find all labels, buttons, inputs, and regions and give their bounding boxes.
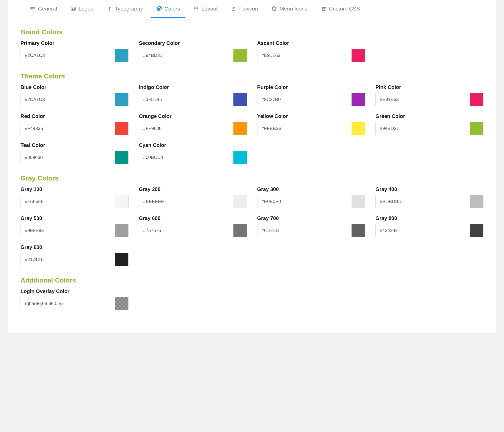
color-swatch-indigo-color[interactable] xyxy=(233,93,247,106)
tab-general[interactable]: General xyxy=(25,0,62,18)
color-swatch-gray-100[interactable] xyxy=(115,195,128,208)
color-swatch-secondary-color[interactable] xyxy=(233,49,247,62)
tab-label: Menu Icons xyxy=(280,6,307,12)
field-label: Green Color xyxy=(375,113,484,119)
color-input-gray-900[interactable] xyxy=(21,253,115,266)
color-input-primary-color[interactable] xyxy=(21,49,115,62)
color-field-cyan-color: Cyan Color xyxy=(139,142,247,164)
color-field-blue-color: Blue Color xyxy=(20,84,129,106)
color-input-gray-700[interactable] xyxy=(258,224,352,237)
color-field-gray-800: Gray 800 xyxy=(375,215,484,237)
color-input-indigo-color[interactable] xyxy=(139,93,233,106)
tab-label: General xyxy=(38,6,57,12)
color-input-red-color[interactable] xyxy=(21,122,115,135)
upload-icon xyxy=(231,6,236,12)
section-title-theme: Theme Colors xyxy=(20,72,484,80)
settings-card: GeneralLogosTypographyColorsLayoutFavico… xyxy=(8,0,496,333)
tab-label: Favicon xyxy=(239,6,258,12)
tab-menu-icons[interactable]: Menu Icons xyxy=(266,0,313,18)
tab-colors[interactable]: Colors xyxy=(151,0,185,18)
tab-label: Typography xyxy=(115,6,143,12)
color-input-ascent-color[interactable] xyxy=(258,49,352,62)
color-swatch-gray-600[interactable] xyxy=(233,224,247,237)
field-label: Red Color xyxy=(20,113,129,119)
color-input-row xyxy=(139,122,247,135)
color-input-row xyxy=(257,195,365,208)
color-swatch-gray-500[interactable] xyxy=(115,224,128,237)
color-swatch-orange-color[interactable] xyxy=(233,122,247,135)
color-field-pink-color: Pink Color xyxy=(375,84,484,106)
color-swatch-ascent-color[interactable] xyxy=(352,49,365,62)
color-field-purple-color: Purple Color xyxy=(257,84,365,106)
color-input-cyan-color[interactable] xyxy=(139,151,233,164)
color-input-gray-100[interactable] xyxy=(21,195,115,208)
color-input-orange-color[interactable] xyxy=(139,122,233,135)
tab-layout[interactable]: Layout xyxy=(188,0,223,18)
tab-label: Layout xyxy=(201,6,218,12)
section-title-brand: Brand Colors xyxy=(20,28,484,36)
color-input-row xyxy=(20,49,129,62)
color-input-row xyxy=(257,93,365,106)
color-input-purple-color[interactable] xyxy=(258,93,352,106)
color-input-gray-200[interactable] xyxy=(139,195,233,208)
grid-brand-colors: Primary ColorSecondary ColorAscent Color xyxy=(20,40,484,62)
color-input-secondary-color[interactable] xyxy=(139,49,233,62)
section-title-gray: Gray Colors xyxy=(20,174,484,182)
color-input-row xyxy=(375,224,484,237)
color-swatch-purple-color[interactable] xyxy=(352,93,365,106)
color-input-row xyxy=(20,151,129,164)
color-swatch-green-color[interactable] xyxy=(470,122,483,135)
color-input-row xyxy=(20,122,129,135)
color-input-row xyxy=(20,93,129,106)
color-input-pink-color[interactable] xyxy=(376,93,470,106)
tab-label: Logos xyxy=(79,6,93,12)
tab-logos[interactable]: Logos xyxy=(65,0,98,18)
color-swatch-gray-200[interactable] xyxy=(233,195,247,208)
color-field-yellow-color: Yellow Color xyxy=(257,113,365,135)
color-swatch-primary-color[interactable] xyxy=(115,49,128,62)
field-label: Primary Color xyxy=(20,40,129,46)
field-label: Teal Color xyxy=(20,142,129,148)
color-input-row xyxy=(139,151,247,164)
color-field-indigo-color: Indigo Color xyxy=(139,84,247,106)
color-swatch-gray-300[interactable] xyxy=(352,195,365,208)
color-swatch-teal-color[interactable] xyxy=(115,151,128,164)
color-swatch-cyan-color[interactable] xyxy=(233,151,247,164)
color-input-row xyxy=(20,297,129,310)
color-swatch-gray-400[interactable] xyxy=(470,195,483,208)
color-swatch-gray-800[interactable] xyxy=(470,224,483,237)
color-input-gray-300[interactable] xyxy=(258,195,352,208)
color-input-gray-500[interactable] xyxy=(21,224,115,237)
color-input-row xyxy=(20,224,129,237)
field-label: Gray 300 xyxy=(257,186,365,192)
tab-typography[interactable]: Typography xyxy=(101,0,148,18)
circle-icon xyxy=(271,6,277,12)
color-input-row xyxy=(375,122,484,135)
color-input-row xyxy=(20,195,129,208)
color-swatch-blue-color[interactable] xyxy=(115,93,128,106)
color-swatch-login-overlay-color[interactable] xyxy=(115,297,128,310)
color-field-gray-500: Gray 500 xyxy=(20,215,129,237)
color-input-green-color[interactable] xyxy=(376,122,470,135)
color-swatch-gray-700[interactable] xyxy=(352,224,365,237)
color-field-red-color: Red Color xyxy=(20,113,129,135)
color-input-yellow-color[interactable] xyxy=(258,122,352,135)
color-swatch-yellow-color[interactable] xyxy=(352,122,365,135)
color-input-blue-color[interactable] xyxy=(21,93,115,106)
color-input-login-overlay-color[interactable] xyxy=(21,297,115,310)
color-input-gray-400[interactable] xyxy=(376,195,470,208)
color-field-gray-400: Gray 400 xyxy=(375,186,484,208)
field-label: Gray 600 xyxy=(139,215,247,221)
color-swatch-gray-900[interactable] xyxy=(115,253,128,266)
field-label: Orange Color xyxy=(139,113,247,119)
field-label: Login Overlay Color xyxy=(20,288,129,294)
tab-custom-css[interactable]: Custom CSS xyxy=(316,0,365,18)
color-swatch-pink-color[interactable] xyxy=(470,93,483,106)
color-input-row xyxy=(20,253,129,266)
color-input-teal-color[interactable] xyxy=(21,151,115,164)
color-swatch-red-color[interactable] xyxy=(115,122,128,135)
tab-favicon[interactable]: Favicon xyxy=(226,0,263,18)
color-input-gray-600[interactable] xyxy=(139,224,233,237)
field-label: Gray 700 xyxy=(257,215,365,221)
color-input-gray-800[interactable] xyxy=(376,224,470,237)
